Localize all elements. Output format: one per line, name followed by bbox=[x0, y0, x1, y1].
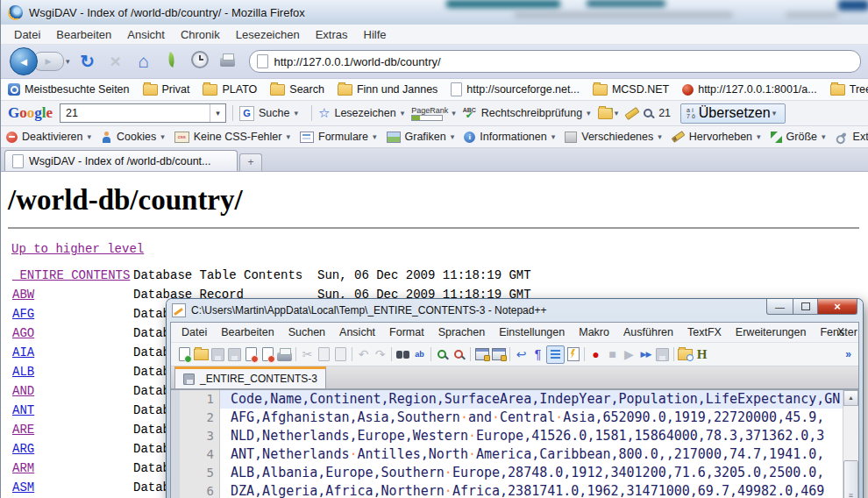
entry-link[interactable]: AGO bbox=[12, 324, 133, 343]
dev-deaktivieren[interactable]: Deaktivieren▾ bbox=[6, 131, 95, 143]
npp-menu-format[interactable]: Format bbox=[382, 326, 431, 338]
view-in-browser-button[interactable]: H bbox=[694, 346, 710, 363]
line-text[interactable]: Code,Name,Continent,Region,SurfaceArea,I… bbox=[231, 390, 858, 409]
entry-link[interactable]: ASM bbox=[12, 478, 133, 497]
macro-stop-button[interactable]: ■ bbox=[604, 346, 621, 363]
bookmark-meistbesuchte[interactable]: Meistbesuchte Seiten bbox=[8, 83, 130, 96]
copy-button[interactable] bbox=[316, 346, 332, 363]
npp-menu-ausfuehren[interactable]: Ausführen bbox=[616, 326, 680, 338]
bookmark-search[interactable]: Search bbox=[270, 83, 324, 96]
dev-extras[interactable]: Extras▾ bbox=[836, 131, 868, 143]
close-file-button[interactable] bbox=[243, 346, 260, 363]
bookmark-finn-und-jannes[interactable]: Finn und Jannes bbox=[338, 83, 438, 96]
history-dropdown[interactable]: ▾ bbox=[66, 57, 70, 66]
zoom-out-button[interactable] bbox=[451, 346, 467, 363]
feed-button[interactable] bbox=[160, 53, 183, 70]
bookmark-localhost-8001[interactable]: http://127.0.0.1:8001/a... bbox=[682, 83, 817, 96]
entry-link[interactable]: ARM bbox=[12, 459, 133, 478]
url-text[interactable]: http://127.0.0.1/world-db/country/ bbox=[274, 55, 441, 68]
menu-hilfe[interactable]: Hilfe bbox=[356, 28, 395, 41]
minimize-button[interactable]: — bbox=[766, 299, 793, 315]
dev-groesse[interactable]: Größe▾ bbox=[771, 131, 829, 143]
menu-chronik[interactable]: Chronik bbox=[173, 28, 228, 41]
npp-menu-help[interactable]: ? bbox=[864, 326, 868, 338]
entry-link[interactable]: ALB bbox=[12, 362, 133, 381]
macro-run-multiple-button[interactable]: ▶▶ bbox=[637, 346, 654, 363]
menu-datei[interactable]: Datei bbox=[6, 28, 48, 41]
redo-button[interactable]: ↷ bbox=[372, 346, 388, 363]
menu-extras[interactable]: Extras bbox=[308, 28, 356, 41]
macro-record-button[interactable]: ● bbox=[587, 346, 604, 363]
sync-horizontal-button[interactable] bbox=[490, 346, 507, 363]
scrollbar-thumb[interactable]: ≡ bbox=[843, 460, 858, 498]
stop-button[interactable]: × bbox=[104, 51, 127, 72]
entry-link[interactable]: _ENTIRE_CONTENTS bbox=[12, 266, 133, 285]
npp-menu-close[interactable]: X bbox=[830, 326, 851, 338]
dev-hervorheben[interactable]: Hervorheben▾ bbox=[672, 131, 765, 143]
scroll-up-button[interactable]: ▲ bbox=[843, 390, 858, 406]
home-button[interactable]: ⌂ bbox=[132, 51, 155, 72]
entry-link[interactable]: ABW bbox=[12, 285, 133, 304]
save-all-button[interactable] bbox=[226, 346, 243, 363]
highlighter-button[interactable] bbox=[625, 110, 639, 117]
close-all-button[interactable] bbox=[260, 346, 276, 363]
print-button[interactable] bbox=[276, 346, 293, 363]
entry-link[interactable]: ARG bbox=[12, 439, 133, 459]
bookmark-sourceforge[interactable]: http://sourceforge.net... bbox=[451, 82, 580, 96]
macro-play-button[interactable]: ▶ bbox=[621, 346, 637, 363]
undo-button[interactable]: ↶ bbox=[355, 346, 372, 363]
bookmark-privat[interactable]: Privat bbox=[143, 83, 190, 96]
npp-menu-datei[interactable]: Datei bbox=[174, 326, 214, 338]
toolbar-overflow-chevron[interactable]: » bbox=[845, 348, 851, 360]
google-search-value[interactable]: 21 bbox=[60, 107, 210, 119]
function-completion-button[interactable] bbox=[565, 346, 581, 363]
bookmark-mcsd[interactable]: MCSD.NET bbox=[593, 83, 669, 96]
npp-menu-ansicht[interactable]: Ansicht bbox=[332, 326, 382, 338]
menu-lesezeichen[interactable]: Lesezeichen bbox=[228, 28, 308, 41]
sendto-button[interactable]: ▾ bbox=[598, 108, 623, 119]
url-bar[interactable]: http://127.0.0.1/world-db/country/ bbox=[249, 50, 861, 73]
show-all-chars-button[interactable]: ¶ bbox=[530, 346, 546, 363]
indent-guide-button[interactable] bbox=[546, 345, 565, 364]
active-tab[interactable]: WsgiDAV - Index of /world-db/count... bbox=[4, 150, 238, 171]
zoom-in-button[interactable] bbox=[434, 346, 451, 363]
npp-menu-textfx[interactable]: TextFX bbox=[680, 326, 729, 338]
open-file-button[interactable] bbox=[193, 346, 210, 363]
menu-ansicht[interactable]: Ansicht bbox=[119, 28, 173, 41]
firefox-titlebar[interactable]: WsgiDAV - Index of /world-db/country/ - … bbox=[1, 0, 868, 25]
dev-css[interactable]: cssKeine CSS-Fehler▾ bbox=[174, 131, 294, 143]
npp-menu-suchen[interactable]: Suchen bbox=[281, 326, 332, 338]
line-text[interactable]: AFG,Afghanistan,Asia,Southern·and·Centra… bbox=[231, 409, 858, 427]
refresh-button[interactable]: ↻ bbox=[76, 51, 99, 72]
maximize-button[interactable] bbox=[793, 299, 818, 315]
entry-link[interactable]: ARE bbox=[12, 420, 133, 439]
npp-menu-makro[interactable]: Makro bbox=[572, 326, 616, 338]
google-search-button[interactable]: GSuche▾ bbox=[239, 106, 302, 121]
entry-link[interactable]: AND bbox=[12, 381, 133, 401]
dev-formulare[interactable]: Formulare▾ bbox=[300, 131, 381, 143]
notepadpp-titlebar[interactable]: C:\Users\Martin\AppData\Local\Temp\_ENTI… bbox=[170, 299, 859, 322]
editor-area[interactable]: 1Code,Name,Continent,Region,SurfaceArea,… bbox=[171, 389, 858, 498]
sync-vertical-button[interactable] bbox=[473, 346, 490, 363]
menu-bearbeiten[interactable]: Bearbeiten bbox=[48, 28, 119, 41]
line-text[interactable]: ANT,Netherlands·Antilles,North·America,C… bbox=[231, 445, 858, 464]
replace-button[interactable]: ab bbox=[411, 346, 428, 363]
entry-link[interactable]: AFG bbox=[12, 304, 133, 324]
word-wrap-button[interactable]: ↩ bbox=[513, 346, 530, 363]
new-file-button[interactable] bbox=[176, 346, 193, 363]
npp-menu-bearbeiten[interactable]: Bearbeiten bbox=[214, 326, 281, 338]
paste-button[interactable] bbox=[332, 346, 349, 363]
npp-menu-einstellungen[interactable]: Einstellungen bbox=[492, 326, 572, 338]
line-text[interactable]: NLD,Netherlands,Europe,Western·Europe,41… bbox=[231, 427, 858, 445]
back-button[interactable]: ◀ bbox=[10, 47, 38, 75]
up-to-higher-level-link[interactable]: Up to higher level bbox=[11, 242, 144, 256]
npp-active-tab[interactable]: _ENTIRE_CONTENTS-3 bbox=[174, 366, 326, 388]
translate-button[interactable]: a í7 öÜbersetzen▾ bbox=[680, 103, 786, 124]
cut-button[interactable]: ✂ bbox=[299, 346, 316, 363]
open-containing-folder-button[interactable] bbox=[677, 346, 694, 363]
search-history-dropdown[interactable]: ▾ bbox=[210, 104, 225, 122]
print-button[interactable] bbox=[217, 53, 239, 70]
line-text[interactable]: ALB,Albania,Europe,Southern·Europe,28748… bbox=[231, 464, 858, 482]
entry-link[interactable]: ANT bbox=[12, 401, 133, 420]
save-button[interactable] bbox=[210, 346, 226, 363]
